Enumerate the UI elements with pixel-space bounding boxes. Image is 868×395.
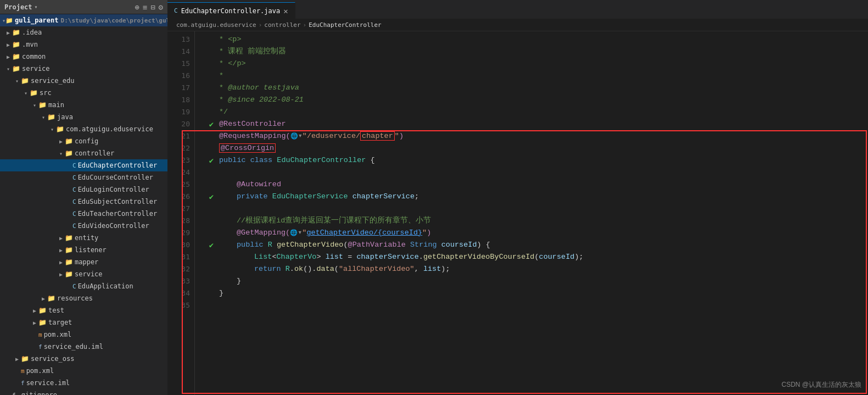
tree-idea[interactable]: ▶ 📁 .idea <box>0 26 167 38</box>
toolbar-icon-3[interactable]: ⊟ <box>150 3 155 12</box>
dropdown-arrow-icon[interactable]: ▾ <box>35 4 38 10</box>
gutter-26: ✔ <box>204 191 219 203</box>
breadcrumb-1: com.atguigu.eduservice <box>176 21 256 29</box>
toolbar-icon-1[interactable]: ⊕ <box>135 3 139 12</box>
tree-test[interactable]: ▶ 📁 test <box>0 304 167 316</box>
code-text-25: @Autowired <box>219 179 868 191</box>
code-text-13: * <p> <box>219 34 868 46</box>
code-text-35 <box>219 299 868 311</box>
code-line-24 <box>204 166 868 179</box>
code-line-23: ✔ public class EduChapterController { <box>204 154 868 166</box>
code-line-22: @CrossOrigin <box>204 142 868 154</box>
tree-edu-subject-controller[interactable]: ▶ C EduSubjectController <box>0 196 167 208</box>
tree-mvn[interactable]: ▶ 📁 .mvn <box>0 38 167 51</box>
tree-service-edu-iml[interactable]: ▶ f service_edu.iml <box>0 341 167 353</box>
tree-service[interactable]: ▾ 📁 service <box>0 63 167 75</box>
breadcrumb-2: controller <box>264 21 300 29</box>
code-text-22: @CrossOrigin <box>219 142 868 154</box>
code-line-13: * <p> <box>204 34 868 46</box>
code-line-14: * 课程 前端控制器 <box>204 46 868 58</box>
tree-target[interactable]: ▶ 📁 target <box>0 316 167 329</box>
tree-edu-video-controller[interactable]: ▶ C EduVideoController <box>0 220 167 232</box>
editor-area: C EduChapterController.java ✕ com.atguig… <box>167 0 868 395</box>
tree-gitignore[interactable]: ▶ f .gitignore <box>0 389 167 395</box>
tree-service-pkg[interactable]: ▶ 📁 service <box>0 268 167 280</box>
code-text-14: * 课程 前端控制器 <box>219 46 868 58</box>
green-check-26: ✔ <box>209 191 214 203</box>
code-line-29: @GetMapping(🌐▾"getChapterVideo/{courseId… <box>204 227 868 239</box>
code-text-21: @RequestMapping(🌐▾"/eduservice/chapter") <box>219 130 868 142</box>
code-text-18: * @since 2022-08-21 <box>219 94 868 106</box>
sidebar: Project ▾ ⊕ ≡ ⊟ ⚙ ▾ 📁 guli_parent D:\stu… <box>0 0 167 395</box>
code-text-26: private EduChapterService chapterService… <box>219 191 868 203</box>
editor-content[interactable]: 13 14 15 16 17 18 19 20 21 22 23 24 25 2… <box>167 31 868 395</box>
code-text-27 <box>219 203 868 215</box>
tree-pom-service[interactable]: ▶ m pom.xml <box>0 365 167 377</box>
code-line-18: * @since 2022-08-21 <box>204 94 868 106</box>
tree-resources[interactable]: ▶ 📁 resources <box>0 292 167 304</box>
sidebar-header: Project ▾ ⊕ ≡ ⊟ ⚙ <box>0 0 167 14</box>
code-text-28: //根据课程id查询并返回某一门课程下的所有章节、小节 <box>219 215 868 227</box>
tab-close-icon[interactable]: ✕ <box>283 7 288 15</box>
code-line-21: @RequestMapping(🌐▾"/eduservice/chapter") <box>204 130 868 142</box>
bc-sep-1: › <box>259 21 262 29</box>
code-text-32: return R.ok().data("allChapterVideo", li… <box>219 263 868 275</box>
tree-entity[interactable]: ▶ 📁 entity <box>0 232 167 244</box>
code-line-26: ✔ private EduChapterService chapterServi… <box>204 191 868 203</box>
green-check-30: ✔ <box>209 239 214 251</box>
code-line-35 <box>204 299 868 311</box>
tree-edu-teacher-controller[interactable]: ▶ C EduTeacherController <box>0 208 167 220</box>
bc-sep-2: › <box>303 21 307 29</box>
code-line-30: ✔ public R getChapterVideo(@PathVariable… <box>204 239 868 251</box>
tree-main[interactable]: ▾ 📁 main <box>0 99 167 111</box>
code-text-15: * </p> <box>219 58 868 70</box>
tree-src[interactable]: ▾ 📁 src <box>0 87 167 99</box>
code-text-33: } <box>219 275 868 287</box>
code-line-27 <box>204 203 868 215</box>
code-line-16: * <box>204 70 868 82</box>
code-text-16: * <box>219 70 868 82</box>
tree-pom-edu[interactable]: ▶ m pom.xml <box>0 329 167 341</box>
gutter-30: ✔ <box>204 239 219 251</box>
toolbar-icon-4[interactable]: ⚙ <box>159 3 163 12</box>
code-text-30: public R getChapterVideo(@PathVariable S… <box>219 239 868 251</box>
tree-com-atguigu[interactable]: ▾ 📁 com.atguigu.eduservice <box>0 123 167 135</box>
tree-service-edu[interactable]: ▾ 📁 service_edu <box>0 75 167 87</box>
file-tree: ▾ 📁 guli_parent D:\study\java\code\proje… <box>0 14 167 395</box>
tree-mapper[interactable]: ▶ 📁 mapper <box>0 256 167 268</box>
tree-listener[interactable]: ▶ 📁 listener <box>0 244 167 256</box>
code-text-24 <box>219 166 868 179</box>
code-line-25: @Autowired <box>204 179 868 191</box>
code-text-29: @GetMapping(🌐▾"getChapterVideo/{courseId… <box>219 227 868 239</box>
tree-java[interactable]: ▾ 📁 java <box>0 111 167 123</box>
tree-service-oss[interactable]: ▶ 📁 service_oss <box>0 353 167 365</box>
code-line-15: * </p> <box>204 58 868 70</box>
line-numbers: 13 14 15 16 17 18 19 20 21 22 23 24 25 2… <box>167 31 195 395</box>
code-line-31: List<ChapterVo> list = chapterService.ge… <box>204 251 868 263</box>
tab-bar: C EduChapterController.java ✕ <box>167 0 868 19</box>
active-tab[interactable]: C EduChapterController.java ✕ <box>167 2 295 19</box>
tree-controller[interactable]: ▾ 📁 controller <box>0 147 167 159</box>
sidebar-header-left: Project ▾ <box>4 3 38 11</box>
breadcrumb-bar: com.atguigu.eduservice › controller › Ed… <box>167 19 868 31</box>
breadcrumb-3: EduChapterController <box>309 21 381 29</box>
tree-edu-application[interactable]: ▶ C EduApplication <box>0 280 167 292</box>
toolbar-icon-2[interactable]: ≡ <box>143 3 147 12</box>
tree-edu-login-controller[interactable]: ▶ C EduLoginController <box>0 183 167 196</box>
tree-config[interactable]: ▶ 📁 config <box>0 135 167 147</box>
project-label: Project <box>4 3 32 11</box>
code-line-32: return R.ok().data("allChapterVideo", li… <box>204 263 868 275</box>
gutter-20: ✔ <box>204 118 219 130</box>
tree-service-iml[interactable]: ▶ f service.iml <box>0 377 167 389</box>
code-line-19: */ <box>204 106 868 118</box>
tree-edu-course-controller[interactable]: ▶ C EduCourseController <box>0 171 167 183</box>
code-text-31: List<ChapterVo> list = chapterService.ge… <box>219 251 868 263</box>
tab-label: EduChapterController.java <box>181 7 281 15</box>
code-text-17: * @author testjava <box>219 82 868 94</box>
code-area[interactable]: * <p> * 课程 前端控制器 * </p> <box>195 31 868 395</box>
tree-common[interactable]: ▶ 📁 common <box>0 51 167 63</box>
code-line-17: * @author testjava <box>204 82 868 94</box>
tree-root[interactable]: ▾ 📁 guli_parent D:\study\java\code\proje… <box>0 14 167 26</box>
code-line-34: } <box>204 287 868 299</box>
tree-edu-chapter-controller[interactable]: ▶ C EduChapterController <box>0 159 167 171</box>
